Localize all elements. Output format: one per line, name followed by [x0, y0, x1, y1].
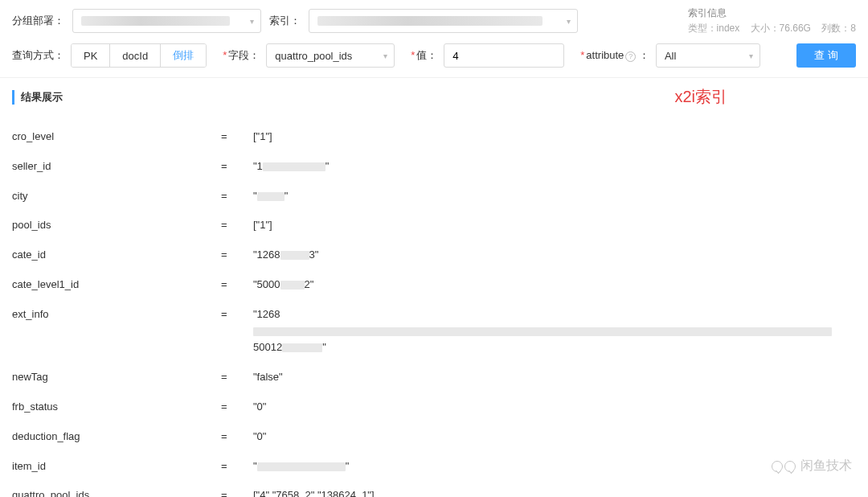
attr-value: All — [665, 50, 676, 62]
result-row: city="" — [12, 182, 856, 212]
seg-docid[interactable]: docId — [110, 44, 161, 67]
seg-inverted[interactable]: 倒排 — [161, 44, 206, 67]
chevron-down-icon: ▾ — [567, 17, 571, 26]
result-key: cate_id — [12, 249, 221, 261]
result-row: cro_level=["1"] — [12, 122, 856, 152]
filter-row-1: 分组部署： ▾ 索引： ▾ 索引信息 类型：index 大小：76.66G 列数… — [0, 0, 868, 39]
result-row: cate_id="12683" — [12, 240, 856, 270]
field-label: 字段： — [228, 49, 260, 61]
result-key: seller_id — [12, 160, 221, 172]
watermark: 闲鱼技术 — [772, 458, 852, 474]
result-value: "50002" — [253, 277, 856, 294]
result-key: ext_info — [12, 308, 221, 320]
group-label: 分组部署： — [12, 14, 64, 28]
meta-type-value: index — [717, 23, 740, 34]
watermark-text: 闲鱼技术 — [800, 458, 852, 474]
equals-sign: = — [221, 371, 253, 383]
result-value: ["1"] — [253, 129, 856, 146]
group-select[interactable]: ▾ — [72, 9, 261, 33]
index-select[interactable]: ▾ — [309, 9, 578, 33]
equals-sign: = — [221, 278, 253, 290]
meta-type-label: 类型： — [688, 23, 717, 34]
result-key: quattro_pool_ids — [12, 489, 221, 497]
result-row: deduction_flag="0" — [12, 422, 856, 452]
index-label: 索引： — [269, 14, 301, 28]
result-row: cate_level1_id="50002" — [12, 270, 856, 300]
chevron-down-icon: ▾ — [383, 51, 387, 60]
meta-size-value: 76.66G — [780, 23, 811, 34]
result-row: seller_id="1" — [12, 152, 856, 182]
result-row: pool_ids=["1"] — [12, 211, 856, 240]
result-key: newTag — [12, 371, 221, 383]
chevron-down-icon: ▾ — [749, 51, 753, 60]
result-value: "1" — [253, 158, 856, 175]
result-value: "0" — [253, 429, 856, 446]
results-title: 结果展示 — [12, 90, 63, 105]
attr-select[interactable]: All ▾ — [656, 43, 760, 68]
result-value: "false" — [253, 369, 856, 386]
filter-row-2: 查询方式： PK docId 倒排 *字段： quattro_pool_ids … — [0, 39, 868, 77]
meta-title: 索引信息 — [688, 6, 856, 20]
result-key: item_id — [12, 460, 221, 472]
result-key: cate_level1_id — [12, 278, 221, 290]
wechat-icon — [772, 461, 796, 472]
equals-sign: = — [221, 219, 253, 231]
value-input[interactable] — [444, 43, 564, 68]
result-value: "" — [253, 188, 856, 205]
result-key: pool_ids — [12, 219, 221, 231]
equals-sign: = — [221, 249, 253, 261]
value-label: 值： — [416, 49, 437, 61]
index-meta: 索引信息 类型：index 大小：76.66G 列数：8 — [688, 6, 856, 35]
equals-sign: = — [221, 430, 253, 442]
query-mode-label: 查询方式： — [12, 48, 64, 63]
meta-col-value: 8 — [850, 23, 856, 34]
help-icon[interactable]: ? — [625, 51, 636, 62]
index-value-blurred — [317, 16, 542, 26]
equals-sign: = — [221, 308, 253, 320]
result-key: deduction_flag — [12, 430, 221, 442]
attr-label: attribute — [586, 49, 624, 61]
results-header: 结果展示 x2i索引 — [0, 77, 868, 119]
result-value: "126850012" — [253, 306, 856, 356]
seg-pk[interactable]: PK — [72, 44, 110, 67]
meta-col-label: 列数： — [821, 23, 850, 34]
result-value: ["4","7658_2","138624_1"] — [253, 487, 856, 497]
result-row: ext_info="126850012" — [12, 300, 856, 363]
equals-sign: = — [221, 160, 253, 172]
chevron-down-icon: ▾ — [250, 17, 254, 26]
equals-sign: = — [221, 190, 253, 202]
field-value: quattro_pool_ids — [275, 50, 352, 62]
result-row: item_id="" — [12, 452, 856, 482]
query-mode-segment: PK docId 倒排 — [71, 43, 207, 68]
result-value: "" — [253, 458, 856, 475]
equals-sign: = — [221, 460, 253, 472]
group-value-blurred — [81, 16, 230, 26]
results-list: cro_level=["1"]seller_id="1"city=""pool_… — [0, 119, 868, 497]
result-row: newTag="false" — [12, 363, 856, 392]
result-key: city — [12, 190, 221, 202]
result-value: "12683" — [253, 247, 856, 264]
equals-sign: = — [221, 400, 253, 413]
result-value: ["1"] — [253, 217, 856, 234]
index-badge: x2i索引 — [674, 86, 727, 108]
equals-sign: = — [221, 130, 253, 142]
query-button[interactable]: 查 询 — [796, 43, 856, 68]
result-key: frb_status — [12, 400, 221, 413]
result-row: frb_status="0" — [12, 392, 856, 422]
meta-size-label: 大小： — [751, 23, 780, 34]
result-row: quattro_pool_ids=["4","7658_2","138624_1… — [12, 481, 856, 497]
field-select[interactable]: quattro_pool_ids ▾ — [266, 43, 395, 68]
result-value: "0" — [253, 399, 856, 416]
result-key: cro_level — [12, 130, 221, 142]
equals-sign: = — [221, 489, 253, 497]
